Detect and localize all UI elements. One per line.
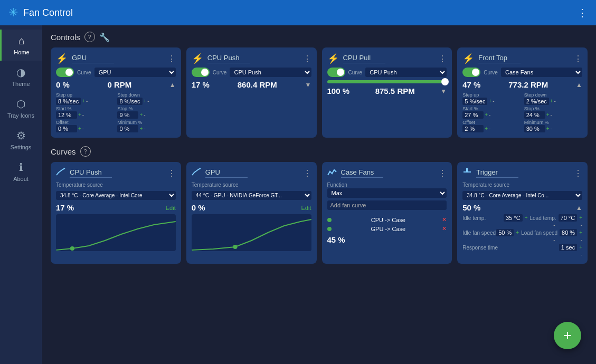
sidebar-item-settings[interactable]: ⚙ Settings [0, 124, 42, 156]
param-minus[interactable]: - [493, 99, 494, 104]
param-plus[interactable]: + [546, 112, 550, 118]
trigger-idle-speed-minus[interactable]: - [553, 237, 555, 243]
curves-help-icon[interactable]: ? [80, 146, 91, 157]
param-plus[interactable]: + [485, 126, 488, 131]
param-minus[interactable]: - [144, 126, 145, 131]
case-fans-curve-menu[interactable]: ⋮ [438, 168, 447, 178]
param-plus[interactable]: + [144, 99, 147, 104]
gpu-curve-select[interactable]: GPU [94, 68, 176, 77]
trigger-load-speed-val: 80 % [560, 229, 577, 236]
trigger-response-minus[interactable]: - [581, 252, 582, 257]
param-plus[interactable]: + [139, 126, 143, 131]
param-label: Step up [462, 92, 521, 98]
controls-wrench-icon[interactable]: 🔧 [99, 32, 110, 42]
cpu-push-edit-button[interactable]: Edit [166, 205, 176, 211]
case-fans-func-select[interactable]: Max [327, 188, 447, 198]
trigger-idle-speed-label: Idle fan speed [462, 230, 496, 236]
trigger-idle-temp-minus[interactable]: - [553, 223, 555, 228]
controls-help-icon[interactable]: ? [84, 32, 95, 42]
add-fab-button[interactable]: + [554, 322, 581, 349]
add-fan-curve-button[interactable]: Add fan curve [327, 200, 447, 210]
cpu-push-card-menu[interactable]: ⋮ [303, 54, 311, 64]
front-top-curve-row: Curve Case Fans [462, 68, 582, 77]
gpu-temp-label: Temperature source [192, 182, 311, 188]
cpu-push-curve-menu[interactable]: ⋮ [167, 168, 176, 178]
fan-curve-remove[interactable]: ✕ [442, 225, 447, 232]
front-top-curve-select[interactable]: Case Fans [501, 68, 582, 77]
trigger-idle-speed-plus[interactable]: + [516, 230, 519, 235]
cpu-push-card-icon: ⚡ [192, 53, 203, 64]
param-minus[interactable]: - [550, 126, 552, 131]
gpu-card-menu[interactable]: ⋮ [167, 54, 176, 64]
gpu-toggle[interactable] [56, 68, 74, 77]
trigger-idle-temp-plus[interactable]: + [525, 215, 528, 221]
trigger-response-plus[interactable]: + [579, 245, 582, 250]
param-plus[interactable]: + [78, 112, 81, 118]
param-plus[interactable]: + [488, 99, 491, 104]
gpu-temp-select[interactable]: 44 °C - GPU - NVIDIA GeForce GT... [192, 191, 311, 200]
param-minus[interactable]: - [144, 112, 145, 118]
trigger-idle-speed-val: 50 % [496, 229, 514, 236]
cpu-push-toggle[interactable] [192, 68, 210, 77]
param-minus[interactable]: - [489, 112, 490, 118]
cpu-push-temp-select[interactable]: 34.8 °C - Core Average - Intel Core [56, 191, 176, 200]
main-layout: ⌂ Home ◑ Theme ⬡ Tray Icons ⚙ Settings ℹ… [0, 25, 596, 364]
cpu-pull-curve-select[interactable]: CPU Push [365, 68, 447, 77]
fan-curve-remove[interactable]: ✕ [442, 216, 447, 223]
trigger-curve-menu[interactable]: ⋮ [574, 168, 582, 178]
cpu-push-stats-row: 17 % 860.4 RPM ▼ [192, 80, 311, 89]
case-fans-pct: 45 % [327, 235, 447, 244]
trigger-load-speed-plus[interactable]: + [579, 230, 582, 235]
fan-curve-list: CPU -> Case ✕ GPU -> Case ✕ [327, 215, 447, 233]
param-minus[interactable]: - [550, 112, 552, 118]
topbar-menu-button[interactable]: ⋮ [577, 6, 588, 19]
app-title: Fan Control [23, 7, 577, 18]
sidebar-item-theme[interactable]: ◑ Theme [0, 61, 42, 92]
fan-curve-dot [327, 218, 332, 222]
param-row: Offset 2 %+- [462, 120, 521, 132]
cpu-pull-toggle[interactable] [327, 68, 345, 77]
trigger-load-temp-label: Load temp. [529, 215, 556, 221]
gpu-curve-menu[interactable]: ⋮ [303, 168, 311, 178]
trigger-idle-temp-val: 35 °C [504, 214, 523, 222]
gpu-edit-button[interactable]: Edit [301, 205, 311, 211]
gpu-stats-row: 0 % 0 RPM ▲ [56, 80, 176, 89]
trigger-load-temp-plus[interactable]: + [579, 215, 582, 221]
cpu-push-curve-select[interactable]: CPU Push [230, 68, 311, 77]
svg-point-0 [70, 246, 74, 251]
trigger-temp-select[interactable]: 34.8 °C - Core Average - Intel Co... [462, 191, 582, 200]
param-plus[interactable]: + [139, 112, 143, 118]
cpu-pull-card-menu[interactable]: ⋮ [438, 54, 447, 64]
cpu-push-curve-chart-icon [56, 167, 65, 179]
topbar: ✳ Fan Control ⋮ [0, 0, 596, 25]
gpu-arrow: ▲ [169, 81, 176, 89]
param-minus[interactable]: - [147, 99, 149, 104]
cpu-push-curve-label: Curve [213, 70, 227, 75]
param-minus[interactable]: - [489, 126, 490, 131]
cpu-push-chart[interactable] [56, 214, 176, 251]
cpu-pull-slider-track[interactable] [327, 80, 447, 83]
sidebar-item-tray-icons[interactable]: ⬡ Tray Icons [0, 92, 42, 124]
param-minus[interactable]: - [82, 112, 84, 118]
param-minus[interactable]: - [554, 99, 556, 104]
front-top-toggle[interactable] [462, 68, 480, 77]
sidebar-item-about[interactable]: ℹ About [0, 156, 42, 187]
param-minus[interactable]: - [86, 99, 88, 104]
front-top-card-menu[interactable]: ⋮ [574, 54, 582, 64]
trigger-arrow: ▲ [576, 204, 582, 212]
param-plus[interactable]: + [78, 126, 81, 131]
param-plus[interactable]: + [485, 112, 488, 118]
case-fans-curve-chart-icon [327, 167, 337, 179]
param-row: Minimum % 0 %+- [117, 120, 175, 132]
param-value: 8 %/sec [117, 98, 142, 105]
param-minus[interactable]: - [82, 126, 84, 131]
trigger-load-temp-minus[interactable]: - [581, 223, 582, 228]
trigger-load-speed-minus[interactable]: - [581, 237, 582, 243]
cpu-pull-card-header: ⚡ CPU Pull ⋮ [327, 53, 447, 64]
gpu-chart[interactable] [192, 214, 311, 251]
param-plus[interactable]: + [550, 99, 553, 104]
param-plus[interactable]: + [82, 99, 85, 104]
param-plus[interactable]: + [546, 126, 550, 131]
sidebar-item-home[interactable]: ⌂ Home [0, 30, 42, 61]
trigger-param-row5: Response time 1 sec + [462, 244, 582, 251]
